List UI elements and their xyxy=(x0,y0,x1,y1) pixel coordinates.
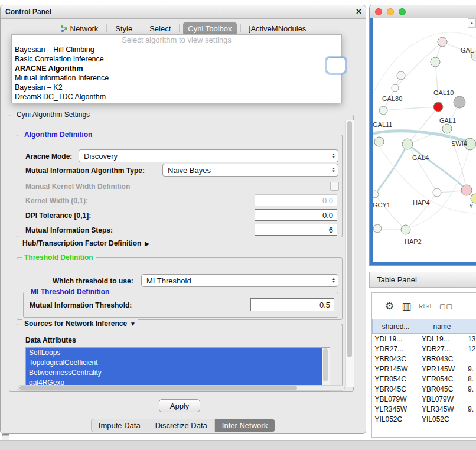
settings-gear-icon[interactable]: ⚙ xyxy=(385,301,394,311)
attribute-item[interactable]: TopologicalCoefficient xyxy=(26,358,322,368)
tab-style[interactable]: Style xyxy=(110,22,137,35)
table-row[interactable]: YLR345WYLR345W9. xyxy=(373,404,476,414)
network-node[interactable] xyxy=(438,37,447,47)
network-node[interactable] xyxy=(397,71,405,80)
threshold-definition-title: Threshold Definition xyxy=(22,253,96,262)
select-all-icon[interactable]: ☑☑ xyxy=(419,301,432,311)
algorithm-popup-list: Bayesian – Hill ClimbingBasic Correlatio… xyxy=(12,45,341,102)
node-label: GAL11 xyxy=(373,121,392,128)
tab-network[interactable]: Network xyxy=(56,22,103,35)
node-table: shared...name YDL19...YDL19...13YDR27...… xyxy=(372,319,476,424)
network-node[interactable] xyxy=(402,139,413,149)
deselect-all-icon[interactable]: ▢▢ xyxy=(439,301,453,311)
sources-title-toggle[interactable]: Sources for Network Inference ▼ xyxy=(22,319,138,328)
column-header[interactable] xyxy=(465,319,476,334)
table-panel-title: Table Panel xyxy=(377,275,417,284)
tab-select[interactable]: Select xyxy=(145,22,175,35)
table-header-row: shared...name xyxy=(373,319,476,334)
zoom-traffic-light[interactable] xyxy=(399,8,406,15)
algorithm-option[interactable]: ARACNE Algorithm xyxy=(12,64,341,73)
network-node[interactable] xyxy=(471,194,476,203)
column-header[interactable]: name xyxy=(419,319,465,334)
collapse-down-icon: ▼ xyxy=(130,321,136,327)
mi-threshold-definition-title: MI Threshold Definition xyxy=(28,288,112,296)
mi-threshold-definition-group: MI Threshold Definition Mutual Informati… xyxy=(23,292,338,318)
column-header[interactable]: shared... xyxy=(373,319,419,334)
table-row[interactable]: YPR145WYPR145W9. xyxy=(373,364,476,374)
node-label: SWI4 xyxy=(451,140,467,147)
tab-label: jActiveMNodules xyxy=(249,24,307,33)
which-threshold-dropdown[interactable]: MI Threshold ▲▼ xyxy=(141,274,338,287)
network-node[interactable] xyxy=(433,102,443,112)
network-node[interactable] xyxy=(454,96,465,108)
node-label: GAL10 xyxy=(433,89,454,96)
mi-threshold-input[interactable] xyxy=(250,298,334,311)
tab-jactivemnodules[interactable]: jActiveMNodules xyxy=(244,22,311,35)
network-scroll-up-button[interactable]: ▴ xyxy=(468,18,476,28)
minimize-traffic-light[interactable] xyxy=(387,8,394,15)
algorithm-option[interactable]: Bayesian – Hill Climbing xyxy=(12,45,341,54)
algorithm-option[interactable]: Bayesian – K2 xyxy=(12,83,341,92)
combo-arrows-icon: ▲▼ xyxy=(332,153,335,159)
settings-vertical-scrollbar[interactable] xyxy=(345,120,354,387)
network-node[interactable] xyxy=(379,106,387,115)
dpi-tolerance-input[interactable] xyxy=(255,209,337,221)
tab-cyni-toolbox[interactable]: Cyni Toolbox xyxy=(183,22,236,35)
network-svg[interactable]: GAL80GAL10GAL11GAL1SWI4GAL4GALGCY1HAP4YH… xyxy=(373,18,476,263)
network-node[interactable] xyxy=(461,185,472,195)
attribute-item[interactable]: SelfLoops xyxy=(26,348,322,358)
network-edge xyxy=(406,193,437,230)
manual-kernel-checkbox[interactable] xyxy=(330,182,339,191)
float-window-icon[interactable] xyxy=(345,9,351,15)
table-row[interactable]: YER054CYER054C8. xyxy=(373,374,476,384)
kernel-width-input[interactable] xyxy=(255,194,337,206)
bottom-strip xyxy=(0,440,476,450)
table-row[interactable]: YBR045CYBR045C9. xyxy=(373,384,476,394)
mi-steps-input[interactable] xyxy=(255,224,337,236)
network-node[interactable] xyxy=(392,84,399,92)
table-row[interactable]: YBR043CYBR043C xyxy=(373,354,476,364)
attribute-item[interactable]: BetweennessCentrality xyxy=(26,368,322,378)
table-row[interactable]: YBL079WYBL079W xyxy=(373,394,476,404)
algorithm-combobox[interactable] xyxy=(327,57,345,73)
mi-type-dropdown[interactable]: Naive Bayes ▲▼ xyxy=(162,164,338,177)
network-node[interactable] xyxy=(373,224,382,233)
table-row[interactable]: YDR27...YDR27...12 xyxy=(373,344,476,354)
close-icon[interactable]: ✕ xyxy=(356,5,362,18)
network-node[interactable] xyxy=(431,57,440,67)
tab-separator xyxy=(106,24,107,32)
manual-kernel-label: Manual Kernel Width Definition xyxy=(25,182,130,191)
table-row[interactable]: YDL19...YDL19...13 xyxy=(373,334,476,344)
hub-tf-label: Hub/Transcription Factor Definition xyxy=(22,239,141,247)
tab-infer-network[interactable]: Infer Network xyxy=(215,419,275,432)
algorithm-option[interactable]: Mutual Information Inference xyxy=(12,73,341,83)
network-canvas[interactable]: GAL80GAL10GAL11GAL1SWI4GAL4GALGCY1HAP4YH… xyxy=(370,18,476,265)
node-label: GAL xyxy=(461,47,474,54)
algorithm-option[interactable]: Basic Correlation Inference xyxy=(12,54,341,64)
hub-tf-definition-toggle[interactable]: Hub/Transcription Factor Definition ▶ xyxy=(22,239,149,247)
tab-impute-data[interactable]: Impute Data xyxy=(92,419,148,432)
network-node[interactable] xyxy=(442,124,452,133)
close-traffic-light[interactable] xyxy=(375,8,382,15)
network-node[interactable] xyxy=(401,225,410,234)
table-row[interactable]: YIL052CYIL052C xyxy=(373,414,476,424)
tab-label: Network xyxy=(70,24,99,33)
data-attributes-label: Data Attributes xyxy=(25,336,76,344)
node-label: GAL1 xyxy=(439,117,456,124)
network-node[interactable] xyxy=(374,137,384,146)
network-node[interactable] xyxy=(433,188,441,197)
network-edge xyxy=(435,62,438,107)
network-node[interactable] xyxy=(373,191,379,198)
settings-horizontal-scrollbar[interactable] xyxy=(18,385,345,391)
algorithm-option[interactable]: Dream8 DC_TDC Algorithm xyxy=(12,92,341,102)
sources-group: Sources for Network Inference ▼ Data Att… xyxy=(17,324,343,390)
column-selector-icon[interactable]: ▥ xyxy=(402,301,411,311)
tab-discretize-data[interactable]: Discretize Data xyxy=(148,419,215,432)
control-panel-tabbar: Network Style Select Cyni Toolbox jActiv… xyxy=(1,21,366,35)
node-label: HAP4 xyxy=(413,199,430,206)
mi-threshold-label: Mutual Information Threshold: xyxy=(30,301,132,309)
apply-button[interactable]: Apply xyxy=(159,399,200,412)
aracne-mode-dropdown[interactable]: Discovery ▲▼ xyxy=(79,149,338,162)
desktop: Control Panel ✕ Network Style Select xyxy=(0,0,476,450)
network-edge xyxy=(375,144,407,194)
